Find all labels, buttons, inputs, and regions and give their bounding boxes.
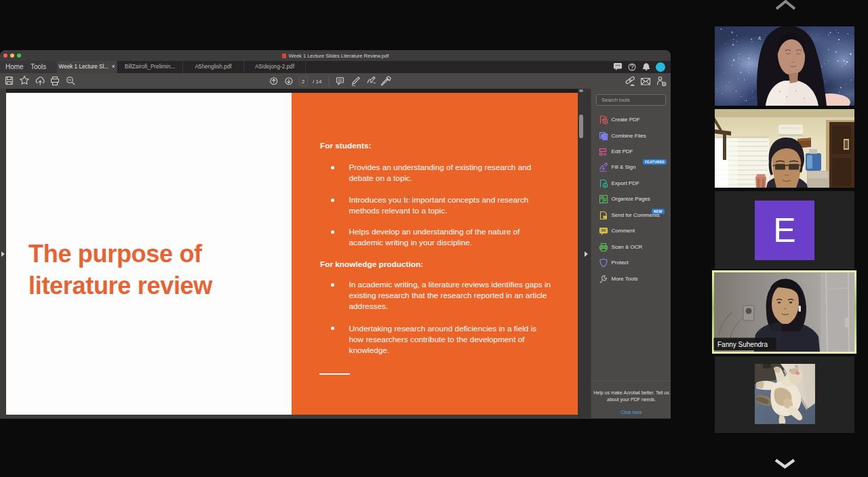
svg-text:2: 2 xyxy=(302,79,305,85)
svg-text:Fanny Suhendra: Fanny Suhendra xyxy=(717,341,768,348)
svg-text:/ 14: / 14 xyxy=(313,79,322,85)
